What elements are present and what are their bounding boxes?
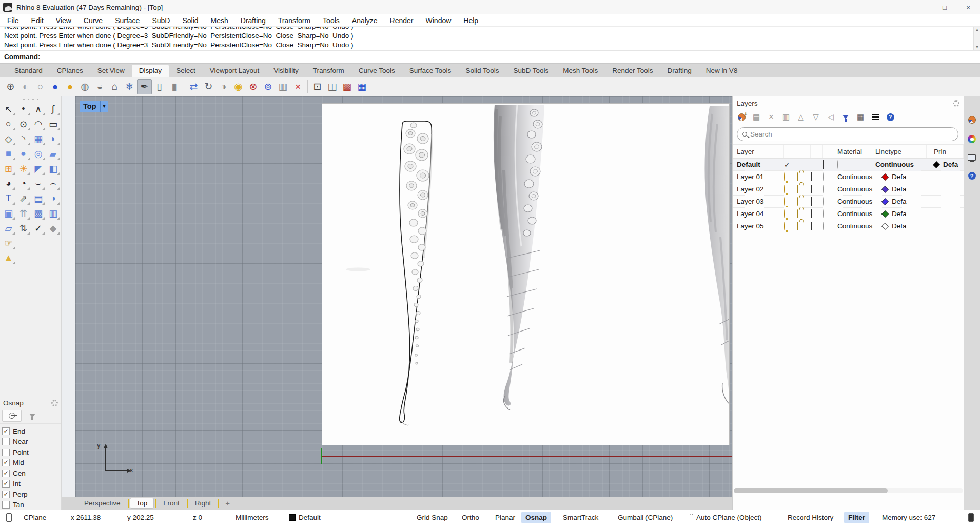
arctic-display-icon[interactable]: ❄ [122, 79, 137, 94]
display-panel-tab-icon[interactable] [968, 135, 976, 143]
monochrome-display-icon[interactable]: ◑ [216, 79, 231, 94]
layers-horizontal-scrollbar[interactable] [734, 488, 963, 493]
split-icon[interactable]: ◧ [46, 161, 61, 176]
layer-search-input[interactable]: Search [737, 127, 958, 141]
ellipse-icon[interactable]: ⊙ [16, 116, 31, 131]
solid-primitives-icon[interactable]: ◆ [46, 221, 61, 236]
print-color-diamond-icon[interactable] [881, 222, 889, 229]
menu-item[interactable]: Solid [176, 16, 204, 25]
layer-visibility-cell[interactable] [784, 173, 797, 181]
pyramid-icon[interactable]: ▲ [1, 250, 16, 265]
osnap-checkbox[interactable]: ✓ [2, 449, 10, 456]
cycle-display-modes-icon[interactable]: ⇄ [186, 79, 201, 94]
current-layer-check-icon[interactable]: ✓ [784, 161, 797, 169]
layer-color-cell[interactable] [811, 198, 823, 205]
palette-grip[interactable] [0, 96, 61, 102]
osnap-label[interactable]: Near [13, 438, 28, 445]
surface-patch-icon[interactable]: ▰ [46, 146, 61, 161]
menu-item[interactable]: Help [457, 16, 484, 25]
move-left-icon[interactable]: ◁ [826, 112, 835, 122]
hand-edit-icon[interactable]: ☞ [1, 236, 16, 250]
layer-row[interactable]: Layer 04 ✓ Continuous Defa [733, 208, 964, 220]
layer-name[interactable]: Layer 03 [737, 198, 784, 205]
status-ortho[interactable]: Ortho [462, 510, 479, 525]
status-osnap[interactable]: Osnap [521, 512, 551, 523]
pen-textured-display-icon[interactable]: ▮ [167, 79, 182, 94]
unlock-icon[interactable] [797, 172, 798, 181]
layer-lock-cell[interactable] [797, 210, 811, 218]
layer-print-cell[interactable]: Defa [927, 161, 964, 168]
layer-print-cell[interactable]: Defa [875, 198, 927, 205]
column-linetype[interactable]: Linetype [875, 145, 927, 158]
command-prompt[interactable]: Command: [0, 51, 980, 63]
material-circle-icon[interactable] [823, 222, 824, 230]
axes-display-icon[interactable]: ⊗ [246, 79, 261, 94]
layers-gear-icon[interactable] [953, 100, 959, 107]
print-color-diamond-icon[interactable] [933, 161, 940, 168]
toolbar-tab[interactable]: Viewport Layout [203, 65, 267, 77]
osnap-label[interactable]: Point [13, 449, 29, 456]
material-circle-icon[interactable] [823, 209, 824, 218]
print-color-diamond-icon[interactable] [881, 210, 889, 217]
filter-layers-icon[interactable] [841, 112, 850, 122]
layer-row[interactable]: Layer 02 ✓ Continuous Defa [733, 183, 964, 196]
osnap-checkbox[interactable]: ✓ [2, 438, 10, 445]
polygon-icon[interactable]: ◇ [1, 131, 16, 146]
layer-material-cell[interactable] [823, 173, 837, 181]
bulb-icon[interactable] [784, 172, 785, 181]
layer-name[interactable]: Layer 02 [737, 185, 784, 193]
move-up-icon[interactable]: △ [796, 112, 806, 122]
surface-from-points-icon[interactable]: ▦ [31, 131, 46, 146]
layer-row[interactable]: Default ✓ Continuous Defa [733, 159, 964, 171]
layer-color-swatch[interactable] [811, 222, 812, 230]
layer-visibility-cell[interactable] [784, 222, 797, 230]
layer-lock-cell[interactable] [797, 185, 811, 193]
viewport-title[interactable]: Top [80, 102, 100, 110]
command-area[interactable]: Next point. Press Enter when done ( Degr… [0, 27, 980, 64]
toolbar-tab[interactable]: Set View [90, 65, 132, 77]
mirror-icon[interactable]: ⇅ [16, 221, 31, 236]
highlight-display-icon[interactable]: ◉ [231, 79, 246, 94]
trim-icon[interactable]: ◤ [31, 161, 46, 176]
osnap-checkbox[interactable]: ✓ [2, 501, 10, 509]
bulb-icon[interactable] [784, 185, 785, 193]
shaded-display-icon[interactable]: ◐ [18, 79, 33, 94]
osnap-checkbox[interactable]: ✓ [2, 480, 10, 488]
layer-color-cell[interactable] [811, 173, 823, 181]
layer-linetype[interactable]: Continuous [837, 210, 875, 218]
curve-through-points-icon[interactable]: ∫ [46, 102, 61, 116]
layer-table-icon[interactable]: ▦ [856, 112, 865, 122]
display-options-icon[interactable]: ▦ [355, 79, 369, 94]
status-layer[interactable]: Default [289, 510, 321, 525]
primitives-display-icon[interactable]: ◫ [325, 79, 340, 94]
status-grid-snap[interactable]: Grid Snap [417, 510, 448, 525]
layer-lock-cell[interactable] [797, 198, 811, 205]
column-material[interactable]: Material [837, 145, 875, 158]
viewport-tab[interactable]: Perspective [78, 498, 127, 508]
menu-item[interactable]: Drafting [234, 16, 272, 25]
move-down-icon[interactable]: ▽ [811, 112, 820, 122]
torus-icon[interactable]: ◎ [31, 146, 46, 161]
layer-linetype[interactable]: Continuous [875, 161, 927, 168]
status-smarttrack[interactable]: SmartTrack [563, 510, 598, 525]
scroll-up-icon[interactable]: ▲ [974, 27, 980, 33]
osnap-checkbox[interactable]: ✓ [2, 470, 10, 477]
viewport-title-chip[interactable]: Top ▼ [80, 101, 108, 112]
scale-icon[interactable]: ⇗ [16, 191, 31, 206]
unlock-icon[interactable] [797, 209, 798, 218]
osnap-label[interactable]: Int [13, 480, 21, 488]
layer-linetype[interactable]: Continuous [837, 185, 875, 193]
layer-name[interactable]: Default [737, 161, 784, 168]
zebra-analysis-icon[interactable]: ▥ [276, 79, 290, 94]
menu-item[interactable]: Curve [77, 16, 109, 25]
column-layer[interactable]: Layer [737, 145, 784, 158]
array-icon[interactable]: ▤ [31, 191, 46, 206]
extract-render-mesh-icon[interactable]: ▩ [340, 79, 355, 94]
layer-lock-cell[interactable] [797, 173, 811, 181]
status-cplane[interactable]: CPlane [24, 510, 46, 525]
rectangle-icon[interactable]: ▭ [46, 116, 61, 131]
menu-item[interactable]: Mesh [205, 16, 234, 25]
layer-color-swatch[interactable] [823, 160, 824, 169]
pen-outline-display-icon[interactable]: ▯ [152, 79, 167, 94]
osnap-checkbox[interactable]: ✓ [2, 427, 10, 435]
